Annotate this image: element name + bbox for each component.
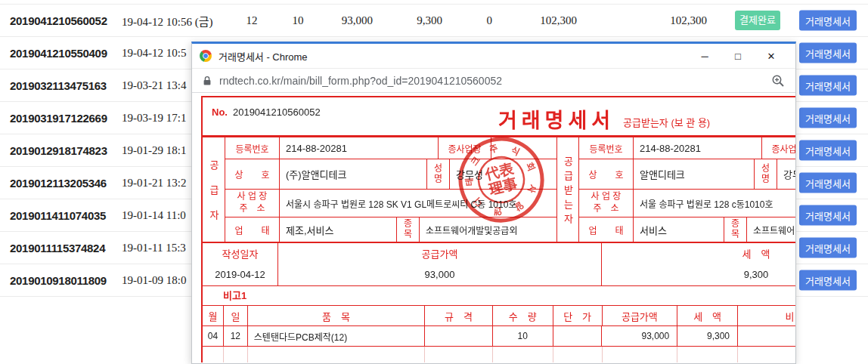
col-day: 일 bbox=[224, 306, 248, 325]
supplier-reg-no: 214-88-20281 bbox=[280, 137, 439, 159]
order-qty2: 10 bbox=[280, 14, 316, 27]
supply-amount-value: 93,000 bbox=[278, 263, 602, 285]
biz-type-label: 업 태 bbox=[225, 217, 280, 242]
supplier-company: (주)알앤디테크 bbox=[280, 159, 427, 189]
reg-no-label: 등록번호 bbox=[225, 137, 280, 159]
remark-label: 비고1 bbox=[203, 285, 795, 305]
item-spec bbox=[425, 326, 493, 346]
item-day: 12 bbox=[224, 326, 248, 346]
reg-no-label: 등록번호 bbox=[579, 137, 634, 159]
page-url: rndtech.co.kr/main/bill_form.php?od_id=2… bbox=[219, 75, 771, 87]
ceo-label: 성명 bbox=[427, 159, 450, 189]
order-row: 2019041210560052 19-04-12 10:56 (금) 12 1… bbox=[0, 5, 868, 37]
order-id: 2019041210550409 bbox=[0, 47, 122, 60]
invoice-button[interactable]: 거래명세서 bbox=[799, 140, 857, 161]
col-note: 비 고 bbox=[738, 306, 795, 325]
receiver-block: 공급받는자 등록번호 214-88-20281 종사업장 상 호 알앤디테크 bbox=[556, 137, 795, 242]
svg-text:알: 알 bbox=[513, 199, 525, 213]
svg-text:크: 크 bbox=[469, 155, 482, 168]
biz-item-label: 종목 bbox=[724, 217, 747, 242]
status-badge: 결제완료 bbox=[735, 11, 780, 30]
write-date-value: 2019-04-12 bbox=[203, 263, 278, 285]
col-spec: 규 격 bbox=[425, 306, 493, 325]
svg-text:주: 주 bbox=[488, 143, 499, 155]
col-qty: 수 량 bbox=[493, 306, 553, 325]
ceo-label: 성명 bbox=[755, 159, 777, 189]
item-price bbox=[553, 326, 603, 346]
invoice-number-label: No. bbox=[212, 106, 228, 118]
biz-type-label: 업 태 bbox=[579, 217, 634, 242]
maximize-button[interactable]: □ bbox=[721, 51, 755, 62]
item-row-empty bbox=[203, 346, 795, 362]
zoom-icon[interactable] bbox=[771, 74, 785, 88]
order-id: 2019041210560052 bbox=[0, 14, 122, 27]
order-id: 2019011115374824 bbox=[0, 242, 122, 254]
item-note bbox=[738, 326, 795, 346]
item-tax: 9,300 bbox=[677, 326, 738, 346]
item-row: 04 12 스텐탠다드PCB제작(12) 10 93,000 9,300 bbox=[203, 325, 795, 346]
invoice-header: No.2019041210560052 거래명세서 공급받는자 (보 관 용) bbox=[203, 97, 795, 135]
invoice-copy-label: 공급받는자 (보 관 용) bbox=[623, 115, 710, 129]
biz-item-label: 종목 bbox=[397, 217, 420, 242]
invoice-button[interactable]: 거래명세서 bbox=[799, 205, 857, 226]
order-qty: 12 bbox=[233, 14, 271, 27]
receiver-address: 서울 송파구 법원로 128 c동1010호 bbox=[634, 190, 795, 217]
svg-text:앤: 앤 bbox=[493, 205, 503, 217]
close-button[interactable]: ✕ bbox=[755, 51, 788, 62]
receiver-reg-no: 214-88-20281 bbox=[634, 137, 762, 159]
tax-amount-value: 9,300 bbox=[602, 263, 795, 285]
svg-text:식: 식 bbox=[509, 144, 522, 158]
invoice-button[interactable]: 거래명세서 bbox=[799, 108, 857, 128]
company-label: 상 호 bbox=[225, 159, 280, 189]
receiver-company: 알앤디테크 bbox=[634, 159, 755, 189]
order-id: 2019011411074035 bbox=[0, 209, 122, 222]
order-total: 102,300 bbox=[492, 14, 577, 27]
order-tax: 9,300 bbox=[373, 14, 442, 27]
branch-label: 종사업장 bbox=[762, 137, 795, 159]
company-label: 상 호 bbox=[579, 159, 634, 189]
invoice-number-value: 2019041210560052 bbox=[233, 106, 321, 118]
window-titlebar[interactable]: 거래명세서 - Chrome ─ □ ✕ bbox=[192, 44, 795, 68]
summary-value-row: 2019-04-12 93,000 9,300 bbox=[203, 263, 795, 285]
chrome-popup-window: 거래명세서 - Chrome ─ □ ✕ rndtech.co.kr/main/… bbox=[191, 42, 796, 364]
order-id: 2019012918174823 bbox=[0, 144, 122, 157]
item-name: 스텐탠다드PCB제작(12) bbox=[248, 326, 425, 346]
supply-amount-label: 공급가액 bbox=[278, 243, 602, 263]
order-date: 19-04-12 10:56 (금) bbox=[122, 13, 222, 29]
item-supply: 93,000 bbox=[602, 326, 677, 346]
summary-header-row: 작성일자 공급가액 세 액 bbox=[203, 242, 795, 263]
lock-icon bbox=[203, 76, 212, 86]
screen: 2019041210560052 19-04-12 10:56 (금) 12 1… bbox=[0, 0, 868, 364]
minimize-button[interactable]: ─ bbox=[688, 51, 721, 62]
receiver-ceo: 강무성 bbox=[777, 159, 795, 189]
window-title: 거래명세서 - Chrome bbox=[219, 49, 688, 63]
invoice-button[interactable]: 거래명세서 bbox=[799, 270, 857, 291]
supplier-biz-type: 제조,서비스 bbox=[280, 217, 397, 242]
svg-text:사: 사 bbox=[525, 183, 538, 194]
company-seal-stamp: 주식회사알앤디테크 代表 理事 bbox=[457, 135, 546, 224]
invoice-button[interactable]: 거래명세서 bbox=[799, 76, 857, 96]
invoice-button[interactable]: 거래명세서 bbox=[799, 11, 857, 31]
order-id: 2019012113205346 bbox=[0, 177, 122, 190]
receiver-biz-item: 소프트웨어개발및공급외 bbox=[747, 217, 795, 242]
col-item: 품 목 bbox=[248, 306, 425, 325]
receiver-side-label: 공급받는자 bbox=[556, 137, 579, 242]
items-header-row: 월 일 품 목 규 격 수 량 단 가 공급가액 세 액 비 고 bbox=[203, 305, 795, 325]
invoice-button[interactable]: 거래명세서 bbox=[799, 173, 857, 193]
col-tax: 세 액 bbox=[677, 306, 738, 325]
chrome-icon bbox=[200, 50, 212, 62]
order-id: 2019031917122669 bbox=[0, 112, 122, 125]
write-date-label: 작성일자 bbox=[203, 243, 278, 263]
order-paid-total: 102,300 bbox=[577, 14, 707, 27]
svg-text:테: 테 bbox=[464, 177, 476, 187]
popup-content: No.2019041210560052 거래명세서 공급받는자 (보 관 용) … bbox=[192, 93, 795, 362]
supplier-side-label: 공급자 bbox=[203, 137, 225, 242]
item-qty: 10 bbox=[493, 326, 553, 346]
address-bar[interactable]: rndtech.co.kr/main/bill_form.php?od_id=2… bbox=[192, 68, 795, 93]
receiver-biz-type: 서비스 bbox=[634, 217, 724, 242]
invoice-document: No.2019041210560052 거래명세서 공급받는자 (보 관 용) … bbox=[201, 96, 795, 362]
order-supply: 93,000 bbox=[316, 14, 373, 27]
invoice-button[interactable]: 거래명세서 bbox=[799, 43, 857, 63]
invoice-button[interactable]: 거래명세서 bbox=[799, 238, 857, 258]
address-label: 사 업 장주 소 bbox=[225, 190, 280, 217]
